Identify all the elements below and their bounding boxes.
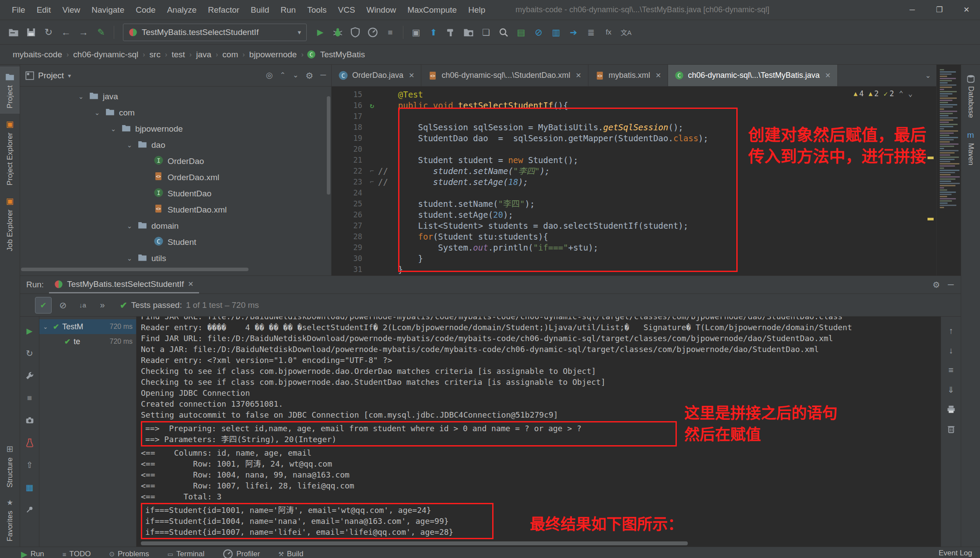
breadcrumb-item-test[interactable]: test bbox=[170, 49, 186, 60]
settings-button[interactable]: ⚙ bbox=[305, 70, 313, 81]
editor-tab-mybatis-xml[interactable]: <>mybatis.xml✕ bbox=[588, 65, 668, 86]
tree-horizontal-scrollbar[interactable] bbox=[21, 268, 248, 271]
collapse-all-button[interactable]: ⌃ bbox=[280, 70, 285, 81]
search-button[interactable] bbox=[495, 24, 512, 41]
pencil-button[interactable]: ✎ bbox=[93, 24, 109, 41]
tree-item-studentdao-xml[interactable]: <>StudentDao.xml bbox=[20, 202, 331, 218]
breadcrumb-item-bjpowernode[interactable]: bjpowernode bbox=[248, 49, 298, 60]
columns-button[interactable]: ▥ bbox=[548, 24, 564, 41]
event-log-button[interactable]: Event Log bbox=[938, 549, 972, 558]
chevron-down-icon[interactable]: ⌄ bbox=[108, 125, 118, 133]
tool-tab-structure[interactable]: ⊞Structure bbox=[0, 439, 20, 493]
statusbar-run[interactable]: ▶Run bbox=[21, 549, 44, 558]
stop-button[interactable]: ■ bbox=[382, 24, 399, 41]
forward-button[interactable]: → bbox=[75, 24, 92, 41]
tree-item-bjpowernode[interactable]: ⌄bjpowernode bbox=[20, 121, 331, 137]
editor-tab-orderdao-java[interactable]: COrderDao.java✕ bbox=[332, 65, 421, 86]
deploy-button[interactable]: ⬆ bbox=[425, 24, 442, 41]
breadcrumb-item-com[interactable]: com bbox=[221, 49, 239, 60]
rerun-button[interactable]: ▶ bbox=[21, 323, 38, 339]
close-button[interactable]: ✕ bbox=[953, 0, 980, 20]
test-tree-item[interactable]: ✔te720 ms bbox=[39, 334, 136, 349]
minimize-button[interactable]: ─ bbox=[899, 0, 926, 20]
layers-button[interactable]: ≣ bbox=[583, 24, 599, 41]
trash-button[interactable] bbox=[944, 422, 958, 436]
hide-panel-icon[interactable]: ─ bbox=[948, 280, 954, 290]
editor-minimap[interactable] bbox=[936, 65, 961, 276]
tool-tab-favorites[interactable]: ★Favorites bbox=[0, 493, 20, 547]
breadcrumb-item-mybaits-code[interactable]: mybaits-code bbox=[11, 49, 63, 60]
up-button[interactable]: ↑ bbox=[944, 324, 958, 338]
breadcrumb-item-testmybatis[interactable]: TestMyBatis bbox=[319, 49, 366, 60]
pin-button[interactable] bbox=[21, 501, 38, 518]
chevron-down-icon[interactable]: ⌄ bbox=[125, 141, 134, 149]
menu-build[interactable]: Build bbox=[245, 0, 275, 20]
close-icon[interactable]: ✕ bbox=[825, 71, 831, 80]
statusbar-profiler[interactable]: Profiler bbox=[223, 549, 260, 558]
tree-item-studentdao[interactable]: IStudentDao bbox=[20, 185, 331, 202]
locate-button[interactable]: ◎ bbox=[266, 70, 273, 81]
chevron-down-icon[interactable]: ⌄ bbox=[76, 93, 86, 101]
gear-icon[interactable]: ⚙ bbox=[932, 280, 940, 290]
sync-button[interactable]: ↻ bbox=[40, 24, 57, 41]
export-button[interactable]: ⇧ bbox=[21, 457, 38, 473]
tree-item-java[interactable]: ⌄java bbox=[20, 88, 331, 105]
menu-code[interactable]: Code bbox=[130, 0, 161, 20]
run-config-selector[interactable]: TestMyBatis.testSelectStudentIf ▾ bbox=[123, 24, 307, 41]
menu-view[interactable]: View bbox=[56, 0, 86, 20]
breadcrumb-item-ch06-dynamic-sql[interactable]: ch06-dynamic-sql bbox=[72, 49, 140, 60]
profiler-button[interactable] bbox=[364, 24, 381, 41]
down-button[interactable]: ↓ bbox=[944, 343, 958, 357]
rerun-failed-button[interactable]: ↻ bbox=[21, 345, 38, 362]
tree-item-com[interactable]: ⌄com bbox=[20, 105, 331, 121]
tool-tab-project-explorer[interactable]: ▣Project Explorer bbox=[0, 114, 20, 191]
menu-file[interactable]: File bbox=[6, 0, 31, 20]
statusbar-problems[interactable]: ⊙Problems bbox=[109, 549, 149, 558]
fold-marker[interactable]: ⌐ bbox=[366, 166, 378, 177]
restore-button[interactable]: ❐ bbox=[926, 0, 953, 20]
menu-navigate[interactable]: Navigate bbox=[86, 0, 130, 20]
tree-item-dao[interactable]: ⌄dao bbox=[20, 137, 331, 153]
menu-analyze[interactable]: Analyze bbox=[161, 0, 203, 20]
open-button[interactable] bbox=[5, 24, 22, 41]
tool-tab-job-explorer[interactable]: ▣Job Explorer bbox=[0, 191, 20, 256]
ignore-button[interactable]: ⊘ bbox=[55, 297, 71, 314]
console-output[interactable]: Find JAR URL: file:/D:/BaiduNetdiskDownl… bbox=[136, 317, 941, 547]
coverage-button[interactable] bbox=[347, 24, 364, 41]
editor-tab-ch06-dynamic-sql-testmybatis-java[interactable]: Cch06-dynamic-sql\...\TestMyBatis.java✕ bbox=[668, 65, 838, 86]
tree-item-student[interactable]: CStudent bbox=[20, 234, 331, 250]
statusbar-todo[interactable]: ≡TODO bbox=[63, 549, 91, 558]
debug-button[interactable] bbox=[329, 24, 346, 41]
close-icon[interactable]: ✕ bbox=[576, 71, 581, 80]
console-horizontal-scrollbar[interactable] bbox=[141, 541, 688, 545]
close-icon[interactable]: ✕ bbox=[188, 280, 193, 288]
close-icon[interactable]: ✕ bbox=[655, 71, 661, 80]
fold-marker[interactable]: ⌐ bbox=[366, 177, 378, 188]
hide-button[interactable]: ─ bbox=[320, 70, 326, 81]
sort-button[interactable]: ↓a bbox=[74, 297, 91, 314]
hammer-button[interactable] bbox=[443, 24, 459, 41]
inspection-warning[interactable]: ▲2 bbox=[868, 89, 878, 98]
tree-item-orderdao-xml[interactable]: <>OrderDao.xml bbox=[20, 169, 331, 185]
tool-tab-project[interactable]: Project bbox=[0, 66, 20, 114]
pass-toggle-button[interactable]: ✔ bbox=[35, 297, 52, 314]
chevron-down-icon[interactable]: ⌄ bbox=[125, 222, 134, 230]
menu-maxcompute[interactable]: MaxCompute bbox=[402, 0, 462, 20]
layout-button[interactable]: ▦ bbox=[21, 479, 38, 495]
chevron-down-icon[interactable]: ⌄ bbox=[125, 255, 134, 262]
menu-tools[interactable]: Tools bbox=[301, 0, 332, 20]
health-button[interactable]: ▤ bbox=[513, 24, 529, 41]
test-tree-item[interactable]: ⌄✔TestM720 ms bbox=[39, 319, 136, 334]
menu-help[interactable]: Help bbox=[462, 0, 491, 20]
menu-window[interactable]: Window bbox=[361, 0, 402, 20]
expand-all-button[interactable]: ⌄ bbox=[293, 70, 298, 81]
project-structure-button[interactable] bbox=[460, 24, 477, 41]
camera-button[interactable] bbox=[21, 412, 38, 429]
menu-run[interactable]: Run bbox=[275, 0, 301, 20]
more-button[interactable]: » bbox=[94, 297, 111, 314]
chevron-down-icon[interactable]: ▾ bbox=[68, 72, 71, 79]
next-warning-button[interactable]: ⌄ bbox=[908, 89, 913, 98]
run-test-gutter-icon[interactable]: ↻ bbox=[366, 100, 378, 111]
tabs-overflow-chevron[interactable]: ⌄ bbox=[920, 65, 936, 86]
wrench-button[interactable] bbox=[21, 367, 38, 384]
